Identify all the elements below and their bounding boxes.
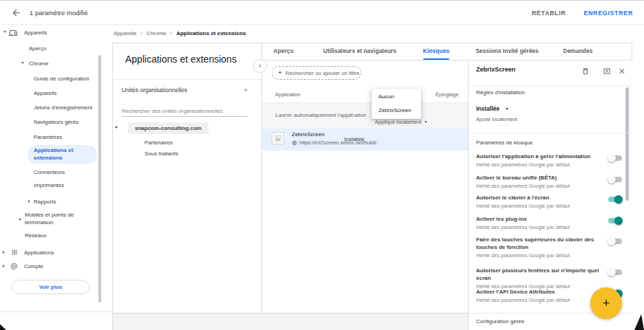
sidebar-footer: Envoyer des commentaires [0,311,111,330]
sidebar-item-compte[interactable]: Compte [24,263,43,270]
chevron-right-icon[interactable] [3,265,5,267]
sidebar-item-chrome[interactable]: Chrome [29,60,48,67]
save-button[interactable]: ENREGISTRER [583,10,633,16]
sidebar-item-mobiles[interactable]: Mobiles et points de terminaison [25,212,84,226]
chevron-right-icon[interactable] [3,251,5,254]
toggle-plugins[interactable] [608,217,623,225]
chevron-down-icon[interactable] [115,126,118,129]
setting-inherited-note: Hérité des paramètres Google par défaut [476,252,602,258]
voir-plus-button[interactable]: Voir plus [12,280,89,294]
setting-onscreen-keyboard: Autoriser le clavier à l'écran Hérité de… [476,195,632,209]
sidebar-item-navigateurs-geres[interactable]: Navigateurs gérés [34,119,78,125]
sidebar-item-imprimantes[interactable]: Imprimantes [34,182,64,188]
plus-icon: + [278,69,282,76]
sidebar-item-parametres[interactable]: Paramètres [34,134,62,140]
org-units-search-input[interactable] [122,105,248,117]
setting-inherited-note: Hérité des paramètres Google par défaut [476,203,602,209]
sidebar-item-label: Applications et extensions [28,145,90,162]
sidebar-item-connecteurs[interactable]: Connecteurs [34,169,65,175]
column-header-epinglage: Épinglage [436,91,458,98]
menu-item-zebrixscreen[interactable]: ZebrixScreen [372,104,421,118]
setting-label: Faire des touches supérieures du clavier… [476,236,602,251]
filter-search-chip[interactable]: + Rechercher ou ajouter un filtre [272,66,361,80]
breadcrumb-chrome[interactable]: Chrome [147,30,166,36]
org-unit-child-sous-traitants[interactable]: Sous traitants [144,151,178,157]
chevron-up-icon[interactable] [242,87,249,94]
add-fab-button[interactable]: + [590,287,622,319]
column-header-application: Application [275,91,301,98]
setting-function-keys: Faire des touches supérieures du clavier… [476,236,632,258]
tab-demandes[interactable]: Demandes [564,43,593,60]
breadcrumb-separator: › [140,30,142,36]
auto-launch-value: Appliqué localement [375,119,422,125]
setting-label: Activer le bureau unifié (BÊTA) [476,175,602,182]
breadcrumb-appareils[interactable]: Appareils [114,30,136,36]
sidebar-item-appareils-chrome[interactable]: Appareils [34,90,56,96]
app-thumbnail-icon [272,132,284,144]
auto-launch-row[interactable]: Lancer automatiquement l'application App… [262,103,468,129]
install-origin: Ajouté localement [476,116,517,122]
setting-unified-desktop: Activer le bureau unifié (BÊTA) Hérité d… [476,175,632,189]
setting-power-management: Autoriser l'application à gérer l'alimen… [476,153,632,168]
tab-utilisateurs-navigateurs[interactable]: Utilisateurs et navigateurs [323,43,396,60]
sidebar-item-appareils[interactable]: Appareils [24,30,47,36]
org-unit-child-partenaires[interactable]: Partenaires [144,140,173,146]
tab-apercu[interactable]: Aperçu [273,43,293,60]
setting-inherited-note: Hérité des paramètres Google par défaut [476,224,602,230]
delete-icon[interactable] [581,67,590,76]
chevron-left-icon [257,63,264,69]
sidebar-item-apercu[interactable]: Aperçu [29,45,46,52]
devices-icon [9,29,17,37]
bottom-strip [113,313,468,330]
breadcrumb: Appareils › Chrome › Applications et ext… [114,25,246,42]
revert-button[interactable]: RÉTABLIR [532,10,566,16]
auto-launch-dropdown[interactable]: Appliqué localement [375,119,427,125]
setting-label: Activer l'API Device Attributes [476,289,602,296]
sidebar-item-guide-configuration[interactable]: Guide de configuration [34,76,89,82]
cursor-artifact [634,314,644,330]
chevron-down-icon [425,121,427,123]
toggle-multiple-windows[interactable] [608,268,623,276]
managed-config-header: Configuration gérée [476,318,524,324]
org-unit-root[interactable]: snapcom-consulting.com [128,122,208,134]
sidebar-item-reseaux[interactable]: Réseaux [25,232,47,239]
chevron-down-icon[interactable] [21,62,24,64]
close-icon[interactable] [618,67,626,76]
auto-launch-label: Lancer automatiquement l'application [275,112,366,118]
sidebar-item-applications[interactable]: Applications [24,250,54,256]
tab-kiosques[interactable]: Kiosques [423,43,449,60]
app-table-row-zebrixscreen[interactable]: ZebrixScreen https://rct2screen.zebrix.n… [262,129,468,151]
at-sign-icon [10,263,18,270]
panel-title: ZebrixScreen [476,66,515,73]
apps-grid-icon [11,249,18,256]
back-arrow-icon[interactable] [11,8,21,18]
app-name: ZebrixScreen [292,131,325,138]
sidebar-item-jetons[interactable]: Jetons d'enregistrement [34,104,92,111]
sidebar-item-applications-extensions-selected[interactable]: Applications et extensions [28,145,97,164]
google-admin-console: 1 paramètre modifié RÉTABLIR ENREGISTRER… [0,0,644,330]
tab-sessions-invite[interactable]: Sessions Invité gérées [475,43,539,60]
breadcrumb-current: Applications et extensions [176,30,246,36]
chevron-right-icon[interactable] [19,218,21,221]
kiosk-settings-header: Paramètres de kiosque [476,140,533,146]
menu-item-aucun[interactable]: Aucun [372,90,421,104]
sidebar-scrollbar[interactable] [98,55,101,302]
chevron-down-icon[interactable] [3,31,6,33]
toggle-power-management[interactable] [608,154,623,162]
setting-plugins: Activer les plug-ins Hérité des paramètr… [476,216,632,230]
top-app-bar: 1 paramètre modifié RÉTABLIR ENREGISTRER [0,0,644,25]
rule-dropdown-menu: Aucun ZebrixScreen [372,89,421,119]
open-in-window-icon[interactable] [603,67,611,76]
collapse-pane-button[interactable] [253,59,267,73]
install-rule-dropdown[interactable]: Installée [476,105,508,112]
toggle-function-keys[interactable] [608,237,623,245]
chevron-right-icon[interactable] [28,200,30,203]
toggle-unified-desktop[interactable] [608,175,623,184]
sidebar-item-rapports[interactable]: Rapports [34,199,56,205]
setting-label: Activer les plug-ins [476,216,602,223]
modified-settings-count: 1 paramètre modifié [30,1,87,25]
page-title: Applications et extensions [125,54,237,65]
toggle-onscreen-keyboard[interactable] [608,195,623,204]
divider [113,79,261,80]
pane-divider [261,43,262,313]
